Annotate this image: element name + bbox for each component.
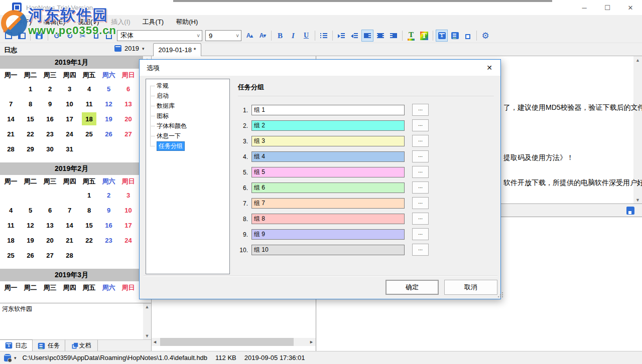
group-color-button-1[interactable]: ... <box>412 104 429 116</box>
group-input-6[interactable] <box>251 183 405 193</box>
menu-item-0[interactable]: 文件(F) <box>4 18 38 27</box>
menu-item-3[interactable]: 插入(I) <box>105 18 136 27</box>
group-input-1[interactable] <box>251 105 405 115</box>
day-cell[interactable]: 16 <box>40 111 60 126</box>
day-cell[interactable]: 13 <box>40 218 60 233</box>
align-center-icon[interactable] <box>374 30 387 42</box>
options-tree-item-6[interactable]: 任务分组 <box>146 141 229 151</box>
options-tree-item-4[interactable]: 字体和颜色 <box>146 121 229 131</box>
group-color-button-3[interactable]: ... <box>412 135 429 147</box>
day-cell[interactable]: 3 <box>60 81 79 96</box>
day-cell[interactable]: 2 <box>99 188 118 203</box>
day-cell[interactable]: 17 <box>60 111 79 126</box>
day-cell[interactable]: 3 <box>118 188 138 203</box>
editor-horizontal-scrollbar[interactable]: ◄ ► <box>152 338 316 346</box>
copy-icon[interactable] <box>90 30 102 42</box>
day-cell[interactable]: 29 <box>21 141 40 156</box>
dialog-close-icon[interactable]: ✕ <box>478 60 500 76</box>
day-cell[interactable]: 12 <box>99 96 118 111</box>
group-input-3[interactable] <box>251 136 405 146</box>
font-increase-icon[interactable]: A▴ <box>243 30 255 42</box>
italic-icon[interactable]: I <box>287 30 299 42</box>
new-journal-icon[interactable] <box>3 30 15 42</box>
menu-item-4[interactable]: 工具(T) <box>137 18 170 27</box>
group-input-7[interactable] <box>251 198 405 209</box>
sidebar-tab-1[interactable]: 任务 <box>33 340 65 351</box>
scroll-right-icon[interactable]: ► <box>309 339 314 344</box>
settings-gear-icon[interactable]: ⚙ <box>479 30 491 42</box>
day-cell[interactable]: 1 <box>21 81 40 96</box>
journal-view-icon[interactable]: 1 <box>436 30 448 42</box>
indent-increase-icon[interactable] <box>335 30 347 42</box>
day-cell[interactable]: 21 <box>1 126 21 141</box>
group-color-button-9[interactable]: ... <box>412 228 429 240</box>
undo-icon[interactable]: ↺ <box>51 30 63 42</box>
tasks-view-icon[interactable] <box>449 30 461 42</box>
save-icon[interactable] <box>33 30 45 42</box>
scroll-down-icon[interactable]: ▼ <box>143 333 151 338</box>
day-cell[interactable]: 17 <box>118 218 138 233</box>
day-cell[interactable]: 1 <box>79 188 99 203</box>
options-tree-item-0[interactable]: 常规 <box>146 81 229 91</box>
day-cell[interactable]: 28 <box>1 141 21 156</box>
day-cell[interactable]: 13 <box>118 96 138 111</box>
group-color-button-6[interactable]: ... <box>412 181 429 194</box>
day-cell[interactable]: 25 <box>1 248 21 263</box>
day-cell[interactable]: 10 <box>118 203 138 218</box>
day-cell[interactable]: 11 <box>1 218 21 233</box>
day-cell[interactable]: 15 <box>79 218 99 233</box>
scroll-left-icon[interactable]: ◄ <box>153 339 157 344</box>
size-combo[interactable]: 9˅ <box>205 30 241 41</box>
day-cell[interactable]: 26 <box>21 248 40 263</box>
highlight-color-icon[interactable]: T <box>418 30 430 42</box>
day-cell[interactable]: 24 <box>60 126 79 141</box>
day-cell[interactable]: 16 <box>99 218 118 233</box>
redo-icon[interactable]: ↻ <box>64 30 76 42</box>
group-color-button-10[interactable]: ... <box>412 244 429 256</box>
paste-icon[interactable] <box>103 30 115 42</box>
scroll-down-icon[interactable]: ▼ <box>633 198 642 203</box>
day-cell[interactable]: 14 <box>1 111 21 126</box>
options-tree-item-2[interactable]: 数据库 <box>146 101 229 111</box>
menu-item-2[interactable]: 视图(V) <box>71 18 105 27</box>
day-cell[interactable]: 8 <box>21 96 40 111</box>
close-button[interactable]: ✕ <box>619 0 642 15</box>
group-color-button-5[interactable]: ... <box>412 166 429 178</box>
day-cell[interactable]: 6 <box>118 81 138 96</box>
group-input-9[interactable] <box>251 229 405 240</box>
day-cell[interactable]: 28 <box>60 248 79 263</box>
day-cell[interactable]: 23 <box>40 126 60 141</box>
day-cell[interactable]: 2 <box>40 81 60 96</box>
minimize-button[interactable]: ─ <box>573 0 596 15</box>
day-cell[interactable]: 31 <box>60 141 79 156</box>
align-left-icon[interactable] <box>361 30 373 42</box>
group-color-button-8[interactable]: ... <box>412 213 429 225</box>
menu-item-5[interactable]: 帮助(H) <box>170 18 204 27</box>
day-cell[interactable]: 5 <box>99 81 118 96</box>
scroll-up-icon[interactable]: ▲ <box>633 58 642 63</box>
day-cell[interactable]: 6 <box>40 203 60 218</box>
scrollbar-thumb[interactable] <box>160 338 294 346</box>
day-cell[interactable]: 19 <box>99 111 118 126</box>
day-notes-preview[interactable]: 河东软件园 ▲ ▼ <box>0 303 151 339</box>
scroll-up-icon[interactable]: ▲ <box>143 304 151 309</box>
bold-icon[interactable]: B <box>274 30 286 42</box>
ok-button[interactable]: 确定 <box>386 280 439 295</box>
day-cell[interactable]: 11 <box>79 96 99 111</box>
day-cell[interactable]: 22 <box>79 233 99 248</box>
underline-icon[interactable]: U <box>300 30 312 42</box>
day-cell[interactable]: 18 <box>82 112 96 125</box>
day-cell[interactable]: 9 <box>40 96 60 111</box>
layout-icon[interactable] <box>16 30 28 42</box>
day-cell[interactable]: 12 <box>21 218 40 233</box>
day-cell[interactable]: 7 <box>1 96 21 111</box>
font-color-icon[interactable]: T <box>405 30 417 42</box>
indent-decrease-icon[interactable] <box>348 30 360 42</box>
day-cell[interactable]: 9 <box>99 203 118 218</box>
group-input-10[interactable] <box>251 245 405 255</box>
day-cell[interactable]: 8 <box>79 203 99 218</box>
day-cell[interactable]: 24 <box>118 233 138 248</box>
group-input-8[interactable] <box>251 214 405 224</box>
font-decrease-icon[interactable]: A▾ <box>256 30 269 42</box>
day-cell[interactable]: 25 <box>79 126 99 141</box>
